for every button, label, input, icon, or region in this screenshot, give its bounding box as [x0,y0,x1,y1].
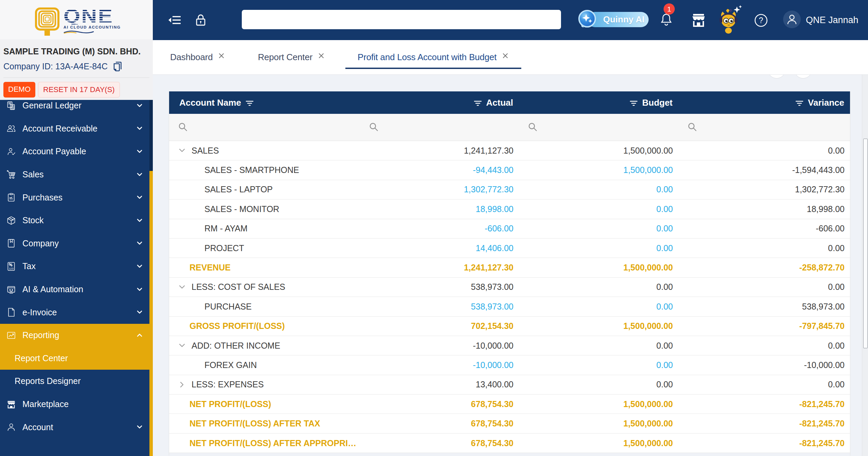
sidebar-item-label: Sales [22,170,44,179]
table-row[interactable]: REVENUE1,241,127.301,500,000.00-258,872.… [169,258,850,277]
sidebar-item-purchases[interactable]: Purchases [0,186,153,209]
marketplace-icon [6,400,16,409]
sidebar-menu: General LedgerAccount ReceivableAccount … [0,94,153,439]
mascot-icon [717,5,743,35]
sidebar-item-stock[interactable]: Stock [0,209,153,232]
tab-close-icon[interactable] [218,52,225,59]
filter-icon[interactable] [630,100,638,107]
filter-input-account-name[interactable] [169,114,360,141]
cell-actual: -606.00 [360,219,519,238]
filter-input-actual[interactable] [360,114,519,141]
cell-budget: 1,500,000.00 [519,317,679,336]
cell-actual: 678,754.30 [360,414,519,433]
cell-variance: 0.00 [678,141,850,160]
qne-logo[interactable]: QNE AI CLOUD ACCOUNTING [35,7,121,37]
ai-automation-icon [6,285,16,294]
sidebar-item-account-payable[interactable]: Account Payable [0,140,153,163]
table-row[interactable]: SALES - LAPTOP1,302,772.300.001,302,772.… [169,180,850,199]
column-header-variance[interactable]: Variance [679,91,850,114]
cell-variance: -821,245.70 [678,394,850,414]
page-scrollbar[interactable] [862,75,868,456]
filter-icon[interactable] [795,100,803,107]
marketplace-topbar-button[interactable] [691,13,706,28]
sidebar-item-marketplace[interactable]: Marketplace [0,393,153,416]
cell-actual: 538,973.00 [360,297,519,316]
user-name[interactable]: QNE Jannah [806,0,858,40]
quinny-ai-label: Quinny AI [603,14,645,25]
table-row[interactable]: LESS: COST OF SALES538,973.000.000.00 [169,278,850,297]
sidebar-scrollbar-thumb[interactable] [149,100,153,171]
table-row[interactable]: RM - AYAM-606.000.00-606.00 [169,219,850,239]
table-row[interactable]: NET PROFIT/(LOSS)678,754.301,500,000.00-… [169,394,850,414]
sidebar-item-company[interactable]: Company [0,232,153,255]
tab-profit-and-loss-account-with-budget[interactable]: Profit and Loss Account with Budget [345,45,521,69]
tab-label: Dashboard [170,52,213,63]
table-row[interactable]: ADD: OTHER INCOME-10,000.000.000.00 [169,336,850,355]
search-icon [178,122,188,133]
notifications-button[interactable]: 1 [659,12,673,27]
cell-account-name: NET PROFIT/(LOSS) AFTER APPROPRI… [169,434,360,453]
table-row[interactable]: FOREX GAIN-10,000.000.00-10,000.00 [169,355,850,375]
column-header-label: Variance [808,98,844,108]
sidebar-item-tax[interactable]: 123Tax [0,255,153,278]
sidebar-item-label: Tax [22,261,36,271]
tab-report-center[interactable]: Report Center [246,45,337,69]
cell-budget: 0.00 [519,239,679,258]
row-expand-down-icon[interactable] [178,146,186,155]
copy-icon[interactable] [112,60,123,72]
tab-close-icon[interactable] [502,52,509,59]
filter-icon[interactable] [246,100,254,107]
user-avatar[interactable] [783,11,801,28]
global-search-input[interactable] [242,10,561,29]
sidebar-item-account-receivable[interactable]: Account Receivable [0,117,153,140]
filter-input-budget[interactable] [519,114,679,141]
cell-budget: 1,500,000.00 [519,258,679,277]
mascot-assistant-button[interactable] [717,5,743,35]
table-row[interactable]: NET PROFIT/(LOSS) AFTER APPROPRI…678,754… [169,434,850,453]
sidebar-item-e-invoice[interactable]: e-Invoice [0,301,153,324]
table-row[interactable]: PURCHASE538,973.000.00538,973.00 [169,297,850,316]
table-row[interactable]: PROJECT14,406.000.000.00 [169,239,850,258]
column-header-account-name[interactable]: Account Name [169,91,360,114]
help-button[interactable]: ? [754,13,768,28]
tab-label: Report Center [258,52,312,63]
column-header-label: Actual [486,98,513,108]
table-row[interactable]: LESS: EXPENSES13,400.000.000.00 [169,375,850,394]
row-expand-right-icon[interactable] [178,381,186,389]
account-icon [6,422,16,432]
sidebar-item-report-center[interactable]: Report Center [0,347,153,370]
cell-account-name: NET PROFIT/(LOSS) [169,394,360,414]
table-row[interactable]: GROSS PROFIT/(LOSS)702,154.301,500,000.0… [169,317,850,336]
sales-cart-icon [6,170,16,179]
sidebar-item-sales[interactable]: Sales [0,163,153,186]
tab-close-icon[interactable] [318,52,325,59]
svg-text:123: 123 [9,267,14,270]
search-icon [527,122,538,133]
cell-actual: -10,000.00 [360,336,519,355]
cell-account-name: SALES [169,141,360,160]
table-row[interactable]: SALES - SMARTPHONE-94,443.001,500,000.00… [169,160,850,180]
demo-badge: DEMO [3,82,35,98]
filter-icon[interactable] [474,100,482,107]
column-header-actual[interactable]: Actual [360,91,519,114]
cell-variance: -821,245.70 [678,434,850,453]
table-row[interactable]: SALES - MONITOR18,998.000.0018,998.00 [169,199,850,219]
sidebar-item-label: Report Center [15,353,68,363]
tab-dashboard[interactable]: Dashboard [158,45,237,69]
collapse-sidebar-button[interactable] [168,0,181,40]
column-header-budget[interactable]: Budget [519,91,679,114]
table-row[interactable]: NET PROFIT/(LOSS) AFTER TAX678,754.301,5… [169,414,850,433]
sidebar-item-ai-automation[interactable]: AI & Automation [0,278,153,301]
page-scrollbar-thumb[interactable] [863,139,868,348]
sidebar-item-reports-designer[interactable]: Reports Designer [0,370,153,393]
table-row[interactable]: SALES1,241,127.301,500,000.000.00 [169,141,850,160]
account-label: NET PROFIT/(LOSS) AFTER TAX [189,419,320,428]
filter-input-variance[interactable] [679,114,850,141]
sidebar-item-account[interactable]: Account [0,416,153,439]
row-expand-down-icon[interactable] [178,341,186,350]
cell-variance: 0.00 [678,375,850,394]
row-expand-down-icon[interactable] [178,283,186,291]
lock-button[interactable] [195,0,207,40]
sidebar-item-reporting[interactable]: Reporting [0,324,153,347]
chevron-down-icon [135,171,144,179]
